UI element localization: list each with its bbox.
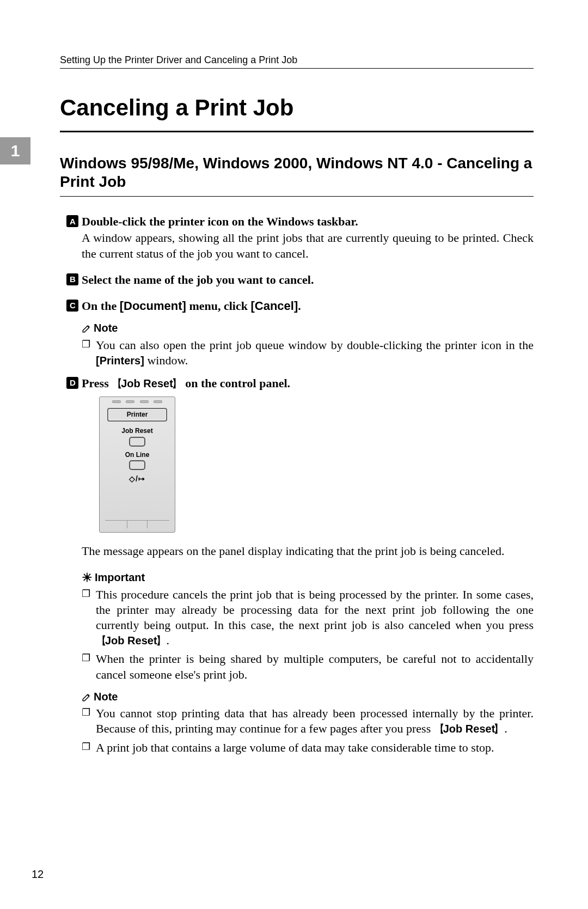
data-in-icon: ◇/↦ (107, 474, 167, 484)
running-header: Setting Up the Printer Driver and Cancel… (60, 54, 534, 69)
step-4-head: Press Job Reset on the control panel. (82, 376, 534, 391)
printer-button: Printer (107, 408, 167, 422)
note-label: Note (94, 690, 118, 704)
important-label: Important (95, 571, 145, 585)
job-reset-key: Job Reset (112, 377, 182, 389)
step-1-head: Double-click the printer icon on the Win… (82, 214, 534, 229)
text: When the printer is being shared by mult… (96, 652, 534, 681)
note-heading: Note (82, 321, 534, 335)
step-3: C On the [Document] menu, click [Cancel]… (66, 298, 534, 314)
job-reset-key: Job Reset (96, 635, 167, 646)
panel-base (105, 520, 169, 528)
job-reset-button (129, 437, 145, 447)
step-2-head: Select the name of the job you want to c… (82, 272, 534, 288)
note-item: You cannot stop printing data that has a… (82, 706, 534, 736)
note-block-1: Note You can also open the print job que… (82, 321, 534, 368)
note-item: A print job that contains a large volume… (82, 740, 534, 755)
important-item: When the printer is being shared by mult… (82, 651, 534, 682)
step-number-icon: C (66, 300, 78, 312)
text: This procedure cancels the print job tha… (96, 588, 534, 632)
printers-window: [Printers] (96, 355, 144, 367)
step-number-icon: A (66, 215, 78, 227)
text: on the control panel. (182, 376, 290, 390)
panel-caption: The message appears on the panel display… (82, 544, 534, 559)
on-line-button (129, 460, 145, 470)
menu-document: [Document] (120, 299, 186, 313)
note-block-2: Note You cannot stop printing data that … (82, 690, 534, 755)
text: menu, click (186, 299, 251, 313)
step-2: B Select the name of the job you want to… (66, 272, 534, 288)
text: On the (82, 299, 120, 313)
text: . (298, 299, 301, 313)
important-item: This procedure cancels the print job tha… (82, 587, 534, 649)
step-1: A Double-click the printer icon on the W… (66, 214, 534, 261)
panel-ridges (100, 400, 175, 405)
text: You can also open the print job queue wi… (96, 338, 534, 352)
step-number-icon: D (66, 377, 78, 389)
important-heading: ☀ Important (82, 571, 534, 585)
text: A print job that contains a large volume… (96, 741, 494, 754)
title-rule (60, 131, 534, 132)
job-reset-key: Job Reset (434, 723, 505, 735)
text: Press (82, 376, 112, 390)
important-icon: ☀ (82, 572, 93, 584)
on-line-label: On Line (107, 451, 167, 459)
step-number-icon: B (66, 273, 78, 285)
text: . (167, 633, 170, 647)
note-label: Note (94, 321, 118, 335)
note-item: You can also open the print job queue wi… (82, 338, 534, 368)
page-title: Canceling a Print Job (60, 95, 534, 121)
chapter-tab: 1 (0, 137, 30, 164)
note-heading: Note (82, 690, 534, 704)
section-heading: Windows 95/98/Me, Windows 2000, Windows … (60, 154, 534, 197)
step-1-body: A window appears, showing all the print … (82, 230, 534, 261)
page-number: 12 (32, 868, 44, 881)
menu-cancel: [Cancel] (250, 299, 298, 313)
step-3-head: On the [Document] menu, click [Cancel]. (82, 298, 534, 314)
pencil-icon (82, 324, 91, 333)
pencil-icon (82, 692, 91, 702)
job-reset-label: Job Reset (107, 427, 167, 435)
control-panel-figure: Printer Job Reset On Line ◇/↦ (99, 396, 175, 533)
step-4: D Press Job Reset on the control panel. (66, 376, 534, 391)
text: . (504, 722, 507, 735)
text: window. (144, 353, 188, 367)
important-block: ☀ Important This procedure cancels the p… (82, 571, 534, 682)
